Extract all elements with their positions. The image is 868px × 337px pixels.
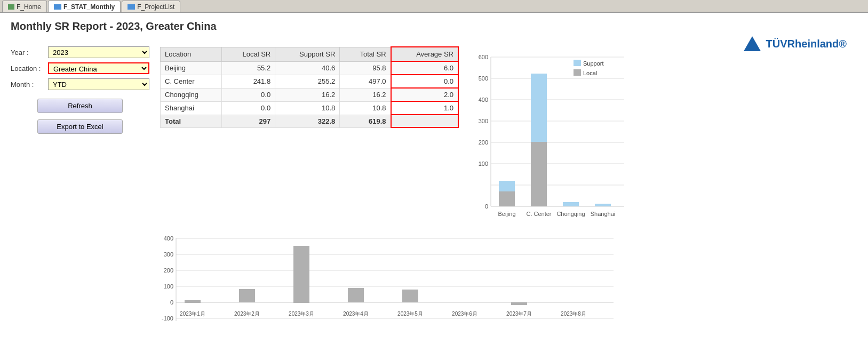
tab-project-label: F_ProjectList <box>137 3 174 11</box>
table-row: Chongqing 0.0 16.2 16.2 2.0 <box>161 88 459 101</box>
cell-total-local: 297 <box>221 115 275 127</box>
data-table: Location Local SR Support SR Total SR Av… <box>160 46 459 128</box>
table-total-row: Total 297 322.8 619.8 <box>161 115 459 127</box>
svg-text:200: 200 <box>164 267 173 274</box>
svg-text:2023年5月: 2023年5月 <box>397 311 423 317</box>
tab-project-list[interactable]: F_ProjectList <box>122 1 180 12</box>
cell-local-sr: 0.0 <box>221 88 275 101</box>
tab-home[interactable]: F_Home <box>2 1 47 12</box>
svg-text:2023年2月: 2023年2月 <box>234 311 260 317</box>
cell-total-sr: 497.0 <box>340 75 391 88</box>
logo-area: TÜVRheinland® <box>744 36 847 51</box>
bar-beijing-support <box>499 181 515 191</box>
svg-text:2023年7月: 2023年7月 <box>506 311 532 317</box>
cell-total-sr: 16.2 <box>340 88 391 101</box>
cell-local-sr: 241.8 <box>221 75 275 88</box>
cell-location: C. Center <box>161 75 222 88</box>
svg-text:100: 100 <box>479 161 488 167</box>
cell-support-sr: 10.8 <box>275 101 340 115</box>
cell-avg-sr: 0.0 <box>391 75 458 88</box>
svg-text:Support: Support <box>583 60 604 67</box>
svg-text:200: 200 <box>479 139 488 146</box>
svg-text:Local: Local <box>583 70 597 76</box>
svg-text:0: 0 <box>170 299 173 306</box>
col-header-avg-sr: Average SR <box>391 47 458 61</box>
col-header-support-sr: Support SR <box>275 47 340 61</box>
refresh-button[interactable]: Refresh <box>37 99 123 113</box>
location-row: Location : Greater China <box>11 62 149 74</box>
col-header-local-sr: Local SR <box>221 47 275 61</box>
svg-rect-20 <box>574 60 581 66</box>
bar-shanghai-support <box>595 204 611 206</box>
svg-text:0: 0 <box>485 203 488 210</box>
cell-avg-sr: 1.0 <box>391 101 458 115</box>
tab-bar: F_Home F_STAT_Monthly F_ProjectList <box>0 0 868 13</box>
bar-month-5 <box>402 290 418 302</box>
top-bar-chart: 600 500 400 300 200 100 0 <box>469 46 635 228</box>
cell-avg-sr: 2.0 <box>391 88 458 101</box>
svg-text:400: 400 <box>479 97 488 103</box>
bar-month-2 <box>239 289 255 302</box>
bar-beijing-local <box>499 191 515 206</box>
bar-month-3 <box>293 246 309 303</box>
svg-text:-100: -100 <box>162 315 173 322</box>
year-select[interactable]: 2023 <box>48 46 149 58</box>
month-select[interactable]: YTD <box>48 78 149 90</box>
table-icon-monthly <box>54 4 61 10</box>
export-button[interactable]: Export to Excel <box>37 119 123 134</box>
cell-total-total: 619.8 <box>340 115 391 127</box>
location-select[interactable]: Greater China <box>48 62 149 74</box>
bar-month-1 <box>185 300 201 303</box>
cell-support-sr: 255.2 <box>275 75 340 88</box>
tab-home-label: F_Home <box>17 3 41 11</box>
svg-text:500: 500 <box>479 75 488 82</box>
left-panel: Year : 2023 Location : Greater China Mon… <box>11 46 149 228</box>
table-row: C. Center 241.8 255.2 497.0 0.0 <box>161 75 459 88</box>
right-panel: 600 500 400 300 200 100 0 <box>469 46 857 228</box>
tab-stat-monthly[interactable]: F_STAT_Monthly <box>48 1 121 12</box>
table-row: Beijing 55.2 40.6 95.8 6.0 <box>161 61 459 75</box>
svg-text:Chongqing: Chongqing <box>556 211 585 217</box>
tab-stat-monthly-label: F_STAT_Monthly <box>63 3 115 11</box>
svg-text:300: 300 <box>164 251 173 258</box>
header-row: Monthly SR Report - 2023, Greater China … <box>11 20 857 41</box>
page-title: Monthly SR Report - 2023, Greater China <box>11 20 217 33</box>
svg-text:100: 100 <box>164 283 173 290</box>
svg-rect-22 <box>574 69 581 76</box>
svg-text:2023年1月: 2023年1月 <box>180 311 205 317</box>
svg-text:C. Center: C. Center <box>526 211 551 217</box>
table-icon-project <box>128 4 135 10</box>
table-row: Shanghai 0.0 10.8 10.8 1.0 <box>161 101 459 115</box>
year-label: Year : <box>11 49 48 57</box>
middle-panel: Location Local SR Support SR Total SR Av… <box>160 46 459 228</box>
cell-local-sr: 0.0 <box>221 101 275 115</box>
main-content: Monthly SR Report - 2023, Greater China … <box>0 13 868 331</box>
svg-text:300: 300 <box>479 118 488 124</box>
bar-month-7 <box>511 302 527 305</box>
bar-ccenter-support <box>531 74 547 142</box>
bar-month-4 <box>348 288 364 302</box>
cell-avg-sr: 6.0 <box>391 61 458 75</box>
cell-total-support: 322.8 <box>275 115 340 127</box>
svg-text:2023年4月: 2023年4月 <box>343 311 369 317</box>
col-header-total-sr: Total SR <box>340 47 391 61</box>
cell-location: Beijing <box>161 61 222 75</box>
cell-location: Chongqing <box>161 88 222 101</box>
cell-total-avg <box>391 115 458 127</box>
bottom-bar-chart: 400 300 200 100 0 -100 2023年1月 2023年2 <box>149 233 630 324</box>
svg-text:2023年3月: 2023年3月 <box>289 311 314 317</box>
logo-triangle <box>744 36 761 51</box>
bottom-section: 400 300 200 100 0 -100 2023年1月 2023年2 <box>11 233 857 324</box>
svg-text:400: 400 <box>164 235 173 242</box>
svg-text:Shanghai: Shanghai <box>591 211 616 217</box>
svg-text:2023年8月: 2023年8月 <box>561 311 586 317</box>
home-icon <box>8 4 14 10</box>
content-area: Year : 2023 Location : Greater China Mon… <box>11 46 857 228</box>
bar-ccenter-local <box>531 142 547 206</box>
svg-text:Beijing: Beijing <box>498 211 515 217</box>
cell-total-sr: 10.8 <box>340 101 391 115</box>
cell-total-sr: 95.8 <box>340 61 391 75</box>
cell-location: Shanghai <box>161 101 222 115</box>
col-header-location: Location <box>161 47 222 61</box>
cell-support-sr: 40.6 <box>275 61 340 75</box>
